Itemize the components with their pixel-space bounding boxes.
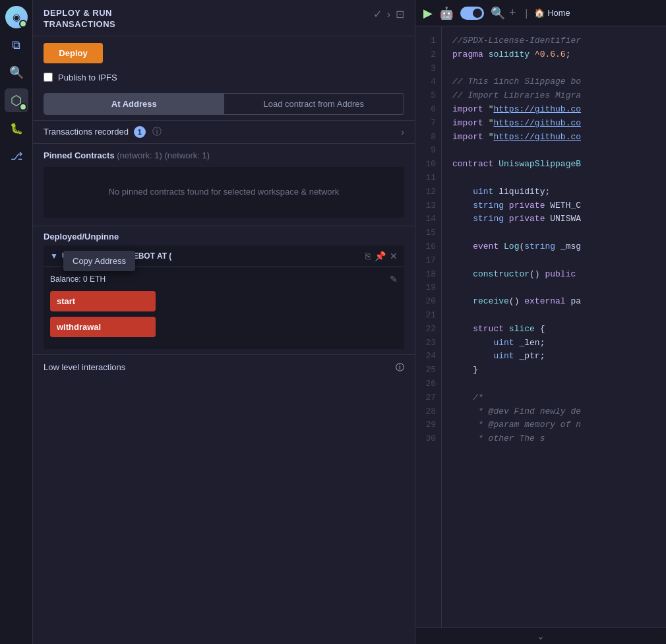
zoom-in-icon[interactable]: +	[509, 6, 516, 20]
play-button[interactable]: ▶	[423, 6, 433, 20]
pinned-contracts-header: Pinned Contracts (network: 1) (network: …	[33, 144, 415, 164]
code-line-18: constructor() public	[452, 268, 655, 282]
code-line-9	[452, 144, 655, 158]
close-contract-icon[interactable]: ✕	[390, 251, 398, 261]
balance-amount: 0 ETH	[83, 274, 106, 284]
contract-action-icons: ⎘ 📌 ✕	[365, 251, 398, 261]
panel-title: DEPLOY & RUN TRANSACTIONS	[44, 8, 115, 30]
code-line-14: string private UNISWA	[452, 212, 655, 226]
transactions-row[interactable]: Transactions recorded 1 ⓘ ›	[33, 120, 415, 144]
code-line-3	[452, 62, 655, 76]
transactions-label: Transactions recorded	[44, 127, 129, 137]
ipfs-row: Publish to IPFS	[33, 70, 415, 88]
home-link[interactable]: 🏠 Home	[534, 8, 570, 18]
pinned-network: (network: 1)	[117, 150, 162, 160]
code-line-25: }	[452, 364, 655, 377]
code-line-11	[452, 172, 655, 185]
copy-address-icon[interactable]: ⎘	[365, 251, 371, 261]
code-line-7: import "https://github.co	[452, 117, 655, 131]
plugin-badge	[19, 103, 27, 111]
code-line-27: /*	[452, 391, 655, 405]
code-line-17	[452, 254, 655, 268]
info-icon: ⓘ	[152, 126, 162, 138]
balance-label: Balance: 0 ETH	[50, 274, 106, 284]
code-line-16: event Log(string _msg	[452, 240, 655, 254]
git-button[interactable]: ⎇	[5, 144, 28, 168]
git-icon: ⎇	[11, 150, 22, 162]
code-line-12: uint liquidity;	[452, 185, 655, 199]
transactions-chevron: ›	[401, 127, 404, 137]
code-line-5: // Import Libraries Migra	[452, 89, 655, 103]
code-line-22: struct slice {	[452, 323, 655, 337]
files-icon: ⧉	[12, 38, 20, 52]
right-panel: ▶ 🤖 🔍 + | 🏠 Home 12345 678910 1112131415…	[415, 0, 666, 644]
deploy-button[interactable]: Deploy	[44, 43, 103, 63]
pinned-network-text: (network: 1)	[165, 150, 210, 160]
icon-sidebar: ◉ ⧉ 🔍 ⬡ 🐛 ⎇	[0, 0, 33, 644]
pin-icon[interactable]: 📌	[375, 251, 386, 261]
code-line-4: // This 1inch Slippage bo	[452, 75, 655, 89]
editor-bottom: ⌄	[415, 628, 666, 644]
address-tabs: At Address Load contract from Addres	[44, 93, 404, 115]
code-line-24: uint _ptr;	[452, 350, 655, 364]
code-line-26	[452, 377, 655, 391]
code-line-29: * @param memory of n	[452, 418, 655, 432]
edit-balance-icon[interactable]: ✎	[390, 274, 398, 284]
copy-address-tooltip: Copy Address	[63, 251, 135, 271]
contract-expand-icon[interactable]: ▼	[50, 251, 58, 261]
code-line-28: * @dev Find newly de	[452, 405, 655, 419]
files-button[interactable]: ⧉	[5, 33, 28, 57]
withdrawal-button[interactable]: withdrawal	[50, 317, 156, 337]
code-line-2: pragma solidity ^0.6.6;	[452, 48, 655, 62]
scroll-down-icon[interactable]: ⌄	[537, 631, 545, 641]
deployed-header: Deployed/Unpinne	[33, 226, 415, 245]
copy-address-label: Copy Address	[73, 256, 126, 266]
avatar-button[interactable]: ◉	[5, 5, 28, 29]
fullscreen-icon[interactable]: ⊡	[396, 8, 404, 20]
pinned-empty-text: No pinned contracts found for selected w…	[109, 187, 340, 197]
contract-body: Balance: 0 ETH ✎ start withdrawal	[44, 267, 404, 349]
zoom-plus-icon: |	[526, 8, 528, 18]
forward-icon[interactable]: ›	[387, 9, 390, 20]
low-level-label: Low level interactions	[44, 362, 125, 372]
home-icon: 🏠	[534, 8, 545, 18]
load-contract-tab[interactable]: Load contract from Addres	[224, 94, 404, 114]
line-numbers: 12345 678910 1112131415 1617181920 21222…	[415, 26, 442, 628]
robot-icon: 🤖	[439, 6, 454, 20]
check-icon[interactable]: ✓	[373, 8, 382, 20]
deployed-title: Deployed/Unpinne	[44, 232, 119, 242]
toggle-switch[interactable]	[460, 7, 484, 20]
code-line-19	[452, 281, 655, 295]
plugin-button[interactable]: ⬡	[5, 88, 28, 112]
code-line-10: contract UniswapSlippageB	[452, 158, 655, 172]
publish-ipfs-label: Publish to IPFS	[58, 73, 117, 82]
code-line-20: receive() external pa	[452, 295, 655, 309]
code-line-1: //SPDX-License-Identifier	[452, 34, 655, 48]
code-line-30: * other The s	[452, 432, 655, 446]
panel-header-icons: ✓ › ⊡	[373, 8, 404, 20]
contract-row: ▼ UNISWAPSLIPPAGEBOT AT ( Copy Address ⎘…	[44, 245, 404, 349]
code-line-23: uint _len;	[452, 337, 655, 350]
pinned-empty-box: No pinned contracts found for selected w…	[44, 167, 404, 218]
at-address-tab[interactable]: At Address	[44, 94, 224, 114]
search-button[interactable]: 🔍	[5, 61, 28, 84]
code-line-15	[452, 226, 655, 240]
contract-header: ▼ UNISWAPSLIPPAGEBOT AT ( Copy Address ⎘…	[44, 245, 404, 267]
code-line-21	[452, 309, 655, 323]
start-button[interactable]: start	[50, 291, 156, 311]
code-area: 12345 678910 1112131415 1617181920 21222…	[415, 26, 666, 628]
zoom-out-icon[interactable]: 🔍	[491, 6, 505, 20]
code-line-8: import "https://github.co	[452, 131, 655, 145]
balance-key: Balance:	[50, 274, 81, 284]
search-icon: 🔍	[9, 65, 24, 80]
deploy-section: Deploy	[33, 36, 415, 70]
code-line-13: string private WETH_C	[452, 199, 655, 213]
pinned-title: Pinned Contracts	[44, 150, 115, 160]
low-level-info-icon: ⓘ	[396, 362, 404, 373]
editor-topbar: ▶ 🤖 🔍 + | 🏠 Home	[415, 0, 666, 26]
home-label-text: Home	[547, 8, 570, 18]
publish-ipfs-checkbox[interactable]	[44, 73, 53, 82]
low-level-row[interactable]: Low level interactions ⓘ	[33, 354, 415, 380]
panel-header: DEPLOY & RUN TRANSACTIONS ✓ › ⊡	[33, 0, 415, 36]
debug-button[interactable]: 🐛	[5, 116, 28, 140]
